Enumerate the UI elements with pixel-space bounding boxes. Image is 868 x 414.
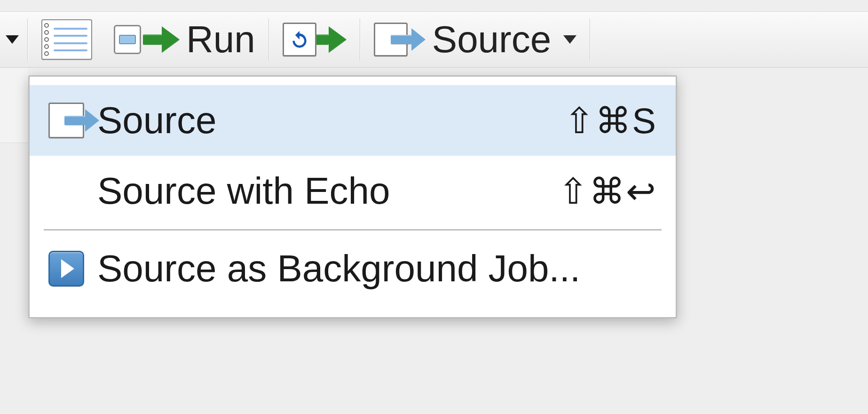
play-icon (48, 251, 94, 287)
menu-item-label: Source (97, 99, 564, 142)
source-icon (48, 103, 94, 138)
menu-item-shortcut: ⇧⌘S (564, 100, 657, 142)
notebook-button[interactable] (33, 16, 101, 63)
run-button[interactable]: Run (105, 16, 264, 63)
menu-item-label: Source with Echo (97, 169, 558, 213)
source-icon (374, 23, 408, 56)
toolbar-separator (360, 18, 361, 61)
menu-item-shortcut: ⇧⌘↩ (558, 170, 657, 212)
editor-background (0, 68, 28, 143)
toolbar-separator (268, 18, 269, 61)
run-button-label: Run (186, 18, 255, 61)
notebook-icon (41, 19, 92, 60)
rerun-button[interactable] (274, 16, 355, 63)
editor-toolbar: Run Source (0, 11, 868, 68)
source-dropdown-caret[interactable] (563, 35, 576, 44)
source-button[interactable]: Source (365, 16, 585, 63)
source-dropdown-menu: Source ⇧⌘S Source with Echo ⇧⌘↩ Source a… (28, 75, 677, 318)
toolbar-dropdown-arrow[interactable] (6, 35, 19, 44)
menu-item-label: Source as Background Job... (97, 247, 657, 290)
menu-separator (44, 229, 662, 231)
source-button-label: Source (432, 18, 551, 61)
menu-item-source[interactable]: Source ⇧⌘S (30, 85, 676, 156)
rerun-icon (283, 23, 347, 56)
toolbar-separator (27, 18, 28, 61)
menu-item-source-background-job[interactable]: Source as Background Job... (30, 233, 676, 304)
toolbar-separator (590, 18, 591, 61)
menu-item-source-with-echo[interactable]: Source with Echo ⇧⌘↩ (30, 156, 676, 226)
run-icon (114, 25, 180, 54)
